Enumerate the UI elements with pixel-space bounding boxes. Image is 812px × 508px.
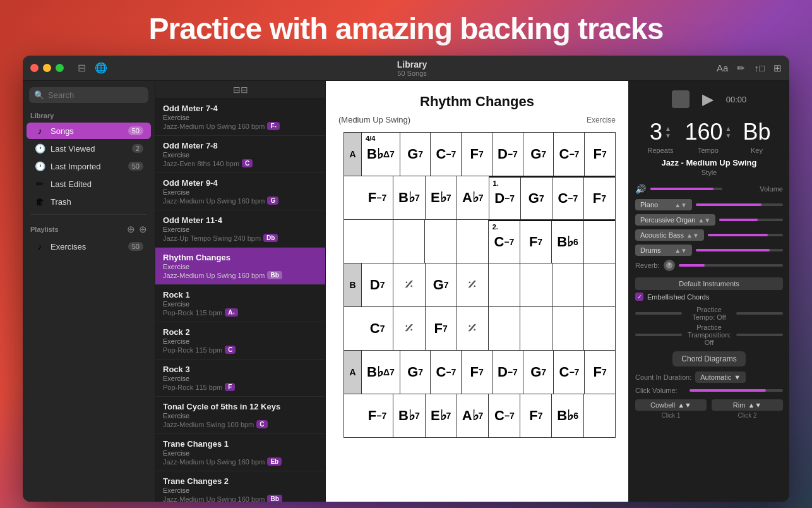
drums-label-text: Drums	[640, 246, 660, 254]
chord-cell: C−7	[554, 351, 585, 394]
chord-cell: A♭7	[457, 394, 489, 437]
practice-tempo-slider2[interactable]	[736, 312, 783, 315]
song-item[interactable]: Trane Changes 1ExerciseJazz-Medium Up Sw…	[155, 434, 325, 471]
click-volume-label: Click Volume:	[635, 387, 686, 394]
practice-tempo-slider[interactable]	[635, 312, 682, 315]
rim-button[interactable]: Rim ▲▼	[712, 399, 783, 411]
song-item[interactable]: Odd Meter 7-8ExerciseJazz-Even 8ths 140 …	[155, 136, 325, 173]
song-key-badge: Bb	[267, 495, 282, 502]
main-content: 🔍 Library ♪ Songs 50 🕐 Last Viewed 2 🕐 L…	[23, 81, 789, 502]
song-meta: Jazz-Medium Up Swing 160 bpmG	[163, 197, 318, 205]
key-label: Key	[743, 147, 770, 154]
tempo-spinner[interactable]: ▲ ▼	[725, 126, 732, 139]
embellished-chords-checkbox[interactable]: ✓	[635, 293, 643, 301]
song-type: Exercise	[163, 412, 318, 420]
song-item[interactable]: Odd Meter 7-4ExerciseJazz-Medium Up Swin…	[155, 99, 325, 136]
practice-transposition-row: Practice Transposition: Off	[635, 324, 783, 346]
sidebar-item-songs[interactable]: ♪ Songs 50	[27, 123, 151, 139]
search-input[interactable]	[48, 90, 143, 100]
chord-cell: F7	[520, 394, 552, 437]
repeats-spinner[interactable]: ▲ ▼	[665, 126, 671, 139]
reverb-knob[interactable]	[664, 260, 675, 271]
song-name: Rock 3	[163, 365, 318, 374]
song-meta: Pop-Rock 115 bpmF	[163, 383, 318, 391]
practice-transposition-slider[interactable]	[635, 334, 682, 336]
globe-icon[interactable]: 🌐	[95, 62, 107, 74]
embellished-chords-label: Embellished Chords	[647, 293, 709, 301]
chord-cell: F7	[585, 351, 615, 394]
song-item[interactable]: Rock 1ExercisePop-Rock 115 bpmA-	[155, 285, 325, 322]
search-bar[interactable]: 🔍	[29, 87, 148, 103]
rim-spinner-icon[interactable]: ▲▼	[748, 401, 761, 409]
column-toggle-icon[interactable]: ⊟⊟	[233, 85, 248, 95]
cowbell-button[interactable]: Cowbell ▲▼	[635, 399, 707, 411]
repeats-down[interactable]: ▼	[665, 133, 671, 139]
style-subtext: Style	[635, 169, 783, 176]
song-item[interactable]: Rock 2ExercisePop-Rock 115 bpmC	[155, 322, 325, 360]
cowbell-spinner-icon[interactable]: ▲▼	[678, 401, 691, 409]
volume-slider[interactable]	[650, 188, 722, 190]
song-item[interactable]: Rhythm ChangesExerciseJazz-Medium Up Swi…	[155, 248, 325, 285]
chord-cell-empty	[520, 263, 552, 306]
bass-spinner[interactable]: ▲▼	[686, 232, 699, 239]
share-icon[interactable]: ↑□	[754, 63, 765, 73]
song-item[interactable]: Odd Meter 11-4ExerciseJazz-Up Tempo Swin…	[155, 210, 325, 248]
sidebar-item-exercises[interactable]: ♪ Exercises 50	[27, 238, 151, 255]
sidebar-item-trash[interactable]: 🗑 Trash	[27, 193, 151, 210]
repeats-up[interactable]: ▲	[665, 126, 671, 132]
sidebar-item-last-imported[interactable]: 🕐 Last Imported 50	[27, 158, 151, 174]
song-meta: Jazz-Medium Up Swing 160 bpmBb	[163, 271, 318, 279]
song-item[interactable]: Odd Meter 9-4ExerciseJazz-Medium Up Swin…	[155, 173, 325, 210]
fullscreen-button[interactable]	[56, 64, 64, 72]
chord-cell: F7	[462, 351, 493, 394]
count-select[interactable]: Automatic ▼	[695, 372, 746, 383]
practice-transposition-slider2[interactable]	[736, 334, 783, 336]
add-playlist-folder-icon[interactable]: ⊕	[139, 224, 147, 235]
embellished-chords-row[interactable]: ✓ Embellished Chords	[635, 293, 783, 301]
song-item[interactable]: Tonal Cycle of 5ths in 12 KeysExerciseJa…	[155, 397, 325, 434]
organ-spinner[interactable]: ▲▼	[698, 217, 710, 224]
edit-icon[interactable]: ✏	[737, 63, 745, 74]
minimize-button[interactable]	[43, 64, 51, 72]
layout-icon[interactable]: ⊞	[773, 63, 782, 74]
song-name: Trane Changes 2	[163, 476, 318, 486]
play-button[interactable]: ▶	[697, 88, 719, 110]
song-meta: Pop-Rock 115 bpmA-	[163, 308, 318, 317]
chord-cell-empty	[457, 220, 489, 263]
font-size-icon[interactable]: Aa	[717, 63, 728, 73]
add-playlist-icon[interactable]: ⊕	[127, 224, 135, 235]
song-key-badge: A-	[225, 308, 238, 317]
sidebar-toggle-icon[interactable]: ⊟	[78, 62, 86, 74]
chord-cell: F7	[426, 307, 457, 350]
default-instruments-button[interactable]: Default Instruments	[635, 277, 783, 290]
chord-cell-repeat: 𝄎	[457, 263, 489, 306]
organ-slider[interactable]	[719, 219, 783, 221]
drums-slider[interactable]	[696, 249, 783, 251]
chord-cell-empty	[584, 394, 615, 437]
drums-spinner[interactable]: ▲▼	[674, 247, 687, 254]
sidebar-item-last-viewed[interactable]: 🕐 Last Viewed 2	[27, 140, 151, 157]
piano-spinner[interactable]: ▲▼	[674, 202, 687, 209]
piano-slider[interactable]	[696, 203, 783, 206]
click-volume-slider[interactable]	[690, 389, 783, 392]
tempo-down[interactable]: ▼	[725, 133, 732, 139]
sidebar-item-last-edited[interactable]: ✏ Last Edited	[27, 176, 151, 192]
chord-cell: C−7	[431, 351, 462, 394]
bass-slider[interactable]	[708, 234, 783, 236]
percussive-organ-label-text: Percussive Organ	[640, 216, 695, 224]
exercises-icon: ♪	[34, 241, 45, 251]
chord-cell-empty	[584, 263, 615, 306]
tempo-up[interactable]: ▲	[725, 126, 732, 132]
titlebar-left-icons: ⊟ 🌐	[78, 62, 107, 74]
stop-button[interactable]	[672, 90, 690, 108]
chord-cell-empty	[362, 220, 393, 263]
chord-cell: B♭7	[393, 394, 426, 437]
song-item[interactable]: Trane Changes 2ExerciseJazz-Medium Up Sw…	[155, 471, 325, 502]
chord-diagrams-button[interactable]: Chord Diagrams	[672, 351, 745, 366]
chord-cell: F−7	[362, 394, 393, 437]
reverb-slider[interactable]	[679, 264, 783, 267]
section-b-marker: B	[344, 263, 362, 306]
song-item[interactable]: Rock 3ExercisePop-Rock 115 bpmF	[155, 360, 325, 397]
tempo-value: 160	[684, 119, 722, 145]
close-button[interactable]	[30, 64, 39, 72]
